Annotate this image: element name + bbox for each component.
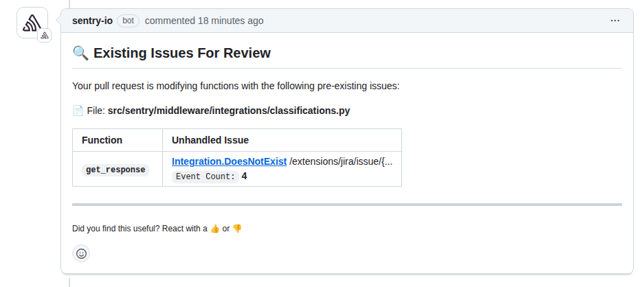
footer-note: Did you find this useful? React with a 👍… <box>72 224 622 233</box>
kebab-horizontal-icon <box>610 15 621 26</box>
page-facing-up-icon: 📄 <box>72 105 84 116</box>
avatar-bot-badge <box>37 28 52 43</box>
pr-timeline: sentry-io bot commented 18 minutes ago 🔍… <box>0 0 644 287</box>
comment-card: sentry-io bot commented 18 minutes ago 🔍… <box>60 8 634 274</box>
column-unhandled-issue: Unhandled Issue <box>163 129 402 152</box>
table-row: get_response Integration.DoesNotExist /e… <box>73 152 402 187</box>
issue-cell: Integration.DoesNotExist /extensions/jir… <box>163 152 402 187</box>
column-function: Function <box>73 129 163 152</box>
file-label: File: <box>87 105 107 116</box>
issue-line: Integration.DoesNotExist /extensions/jir… <box>172 156 392 167</box>
kebab-menu-button[interactable] <box>608 14 622 27</box>
event-count-label: Event Count: <box>172 171 239 183</box>
thumbs-up-icon: 👍 <box>210 224 220 233</box>
file-path: src/sentry/middleware/integrations/class… <box>108 105 350 116</box>
issues-heading-text: Existing Issues For Review <box>93 45 271 60</box>
add-reaction-button[interactable] <box>72 244 90 262</box>
table-header-row: Function Unhandled Issue <box>73 129 402 152</box>
function-cell: get_response <box>73 152 163 187</box>
smiley-icon <box>76 249 87 259</box>
timeline-line-top <box>69 0 70 8</box>
sentry-logo-icon <box>41 32 49 39</box>
issue-link[interactable]: Integration.DoesNotExist <box>172 156 287 167</box>
avatar[interactable] <box>16 7 48 38</box>
event-count-line: Event Count:4 <box>172 170 392 182</box>
issue-path: /extensions/jira/issue/{... <box>287 156 392 167</box>
thumbs-down-icon: 👎 <box>232 224 242 233</box>
file-line: 📄File: src/sentry/middleware/integration… <box>72 104 622 118</box>
divider <box>72 203 622 206</box>
issues-heading: 🔍Existing Issues For Review <box>72 44 622 69</box>
footer-question: Did you find this useful? React with a <box>72 224 208 233</box>
comment-header: sentry-io bot commented 18 minutes ago <box>61 9 633 33</box>
magnifying-glass-icon: 🔍 <box>72 45 89 60</box>
bot-badge: bot <box>117 14 140 27</box>
intro-text: Your pull request is modifying functions… <box>72 80 622 93</box>
author-name[interactable]: sentry-io <box>72 15 113 26</box>
footer-or: or <box>222 224 230 233</box>
header-caret <box>51 15 60 25</box>
event-count-value: 4 <box>241 170 247 181</box>
timestamp-link[interactable]: commented 18 minutes ago <box>145 15 264 26</box>
function-name: get_response <box>82 164 149 176</box>
issues-table: Function Unhandled Issue get_response In… <box>72 128 402 187</box>
timeline-line-bottom <box>69 278 70 287</box>
comment-body: 🔍Existing Issues For Review Your pull re… <box>61 33 633 273</box>
